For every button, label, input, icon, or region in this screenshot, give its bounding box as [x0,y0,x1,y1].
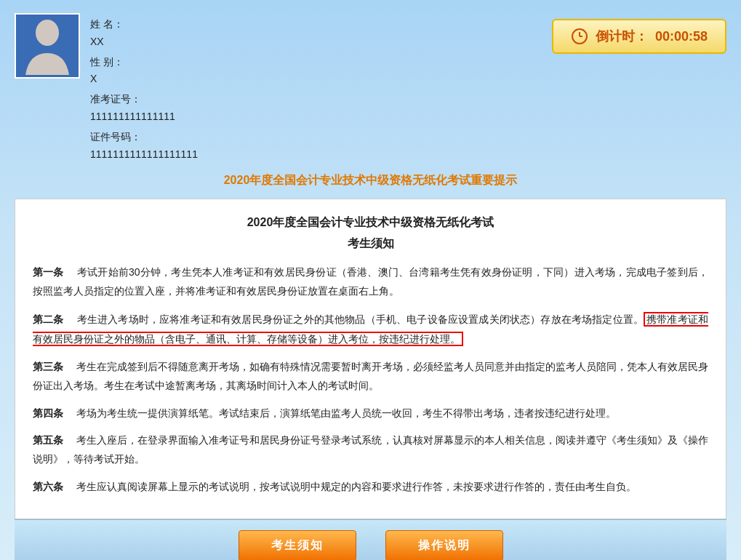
article-6-id: 第六条 [33,481,63,492]
article-2-id: 第二条 [33,313,64,325]
article-6-text: 考生应认真阅读屏幕上显示的考试说明，按考试说明中规定的内容和要求进行作答，未按要… [66,481,636,492]
id-no-value: 1111111111111111111 [90,146,198,164]
id-no-label: 证件号码： [90,129,198,146]
article-6: 第六条 考生应认真阅读屏幕上显示的考试说明，按考试说明中规定的内容和要求进行作答… [33,478,708,497]
article-4: 第四条 考场为考生统一提供演算纸笔。考试结束后，演算纸笔由监考人员统一收回，考生… [33,404,708,423]
article-5: 第五条 考生入座后，在登录界面输入准考证号和居民身份证号登录考试系统，认真核对屏… [33,431,708,469]
article-4-id: 第四条 [33,407,63,419]
name-label: 姓 名： [90,16,198,33]
exam-no-value: 111111111111111 [90,108,198,126]
svg-point-0 [36,20,59,46]
btn-operation-guide[interactable]: 操作说明 [385,530,503,560]
article-4-text: 考场为考生统一提供演算纸笔。考试结束后，演算纸笔由监考人员统一收回，考生不得带出… [66,407,616,419]
article-3-text: 考生在完成签到后不得随意离开考场，如确有特殊情况需要暂时离开考场，必须经监考人员… [33,361,708,391]
bottom-bar: 考生须知 操作说明 [15,519,726,560]
article-1-id: 第一条 [33,266,64,278]
btn-exam-notice[interactable]: 考生须知 [239,530,356,560]
gender-value: X [90,71,198,88]
timer-label: 倒计时： [596,28,648,45]
gender-label: 性 别： [90,54,198,71]
main-content-area: 2020年度全国会计专业技术中级资格无纸化考试 考生须知 第一条 考试开始前30… [15,199,726,519]
article-2-text-before: 考生进入考场时，应将准考证和有效居民身份证之外的其他物品（手机、电子设备应设置成… [67,313,644,325]
article-3-id: 第三条 [33,361,63,372]
article-2: 第二条 考生进入考场时，应将准考证和有效居民身份证之外的其他物品（手机、电子设备… [33,310,708,349]
article-3: 第三条 考生在完成签到后不得随意离开考场，如确有特殊情况需要暂时离开考场，必须经… [33,358,708,396]
clock-icon [571,28,588,45]
user-details: 姓 名： XX 性 别： X 准考证号： 111111111111111 证件号… [90,13,198,163]
content-title: 2020年度全国会计专业技术中级资格无纸化考试 [33,212,708,233]
name-value: XX [90,33,198,51]
article-5-id: 第五条 [33,434,63,446]
article-1: 第一条 考试开始前30分钟，考生凭本人准考证和有效居民身份证（香港、澳门、台湾籍… [33,263,708,301]
avatar [15,13,80,79]
timer-value: 00:00:58 [655,29,708,44]
countdown-timer: 倒计时： 00:00:58 [552,19,726,54]
article-5-text: 考生入座后，在登录界面输入准考证号和居民身份证号登录考试系统，认真核对屏幕显示的… [33,434,708,465]
article-1-text: 考试开始前30分钟，考生凭本人准考证和有效居民身份证（香港、澳门、台湾籍考生凭有… [33,266,708,297]
exam-no-label: 准考证号： [90,91,198,108]
page-header-title: 2020年度全国会计专业技术中级资格无纸化考试重要提示 [15,170,726,191]
content-subtitle: 考生须知 [33,236,708,252]
